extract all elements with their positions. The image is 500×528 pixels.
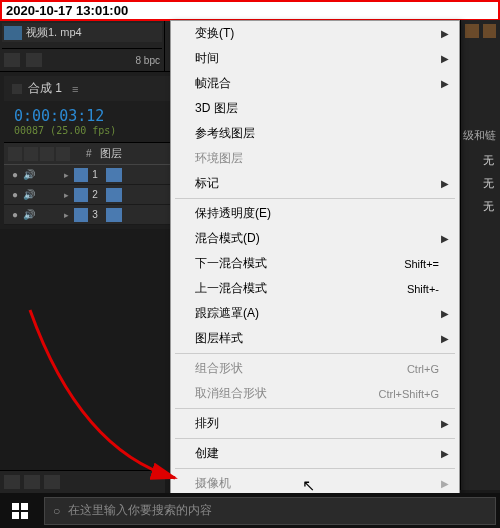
timeline-footer	[0, 470, 165, 493]
layer-color[interactable]	[74, 208, 88, 222]
submenu-arrow-icon: ▶	[441, 448, 449, 459]
tab-label: 合成 1	[28, 80, 62, 97]
menu-separator	[175, 438, 455, 439]
menu-item-label: 上一混合模式	[195, 280, 267, 297]
layer-color[interactable]	[74, 188, 88, 202]
taskbar-search[interactable]: ○ 在这里输入你要搜索的内容	[44, 497, 496, 525]
menu-separator	[175, 408, 455, 409]
menu-item-label: 参考线图层	[195, 125, 255, 142]
menu-shortcut: Ctrl+Shift+G	[378, 388, 439, 400]
right-strip: 级和链 无 无 无	[460, 20, 500, 490]
tab-close-icon[interactable]: ≡	[72, 83, 78, 95]
eye-icon[interactable]: ●	[8, 189, 22, 200]
menu-item-label: 保持透明度(E)	[195, 205, 271, 222]
menu-item[interactable]: 排列▶	[171, 411, 459, 436]
menu-item[interactable]: 下一混合模式Shift+=	[171, 251, 459, 276]
menu-item: 环境图层	[171, 146, 459, 171]
submenu-arrow-icon: ▶	[441, 53, 449, 64]
menu-item-label: 取消组合形状	[195, 385, 267, 402]
menu-shortcut: Shift+=	[404, 258, 439, 270]
menu-item-label: 组合形状	[195, 360, 243, 377]
menu-item[interactable]: 混合模式(D)▶	[171, 226, 459, 251]
menu-item-label: 3D 图层	[195, 100, 238, 117]
menu-item: 取消组合形状Ctrl+Shift+G	[171, 381, 459, 406]
menu-item[interactable]: 保持透明度(E)	[171, 201, 459, 226]
menu-item[interactable]: 帧混合▶	[171, 71, 459, 96]
menu-shortcut: Shift+-	[407, 283, 439, 295]
eye-icon[interactable]: ●	[8, 169, 22, 180]
chevron-icon[interactable]: ▸	[64, 190, 74, 200]
layer-color[interactable]	[74, 168, 88, 182]
project-panel: 视频1. mp4 8 bpc	[0, 21, 165, 71]
layer-type-icon	[106, 208, 122, 222]
header-eye-icon[interactable]	[8, 147, 22, 161]
submenu-arrow-icon: ▶	[441, 28, 449, 39]
menu-separator	[175, 198, 455, 199]
timestamp-bar: 2020-10-17 13:01:00	[0, 0, 500, 21]
submenu-arrow-icon: ▶	[441, 308, 449, 319]
chevron-icon[interactable]: ▸	[64, 210, 74, 220]
submenu-arrow-icon: ▶	[441, 178, 449, 189]
menu-item-label: 混合模式(D)	[195, 230, 260, 247]
tab-icon	[12, 84, 22, 94]
svg-rect-3	[21, 512, 28, 519]
eye-icon[interactable]: ●	[8, 209, 22, 220]
menu-item[interactable]: 时间▶	[171, 46, 459, 71]
menu-item[interactable]: 3D 图层	[171, 96, 459, 121]
svg-rect-1	[21, 503, 28, 510]
video-file-icon	[4, 26, 22, 40]
header-solo-icon[interactable]	[40, 147, 54, 161]
menu-item-label: 变换(T)	[195, 25, 234, 42]
speaker-icon[interactable]: 🔊	[22, 209, 36, 220]
menu-item[interactable]: 参考线图层	[171, 121, 459, 146]
menu-item-label: 时间	[195, 50, 219, 67]
windows-start-button[interactable]	[0, 493, 40, 528]
speaker-icon[interactable]: 🔊	[22, 169, 36, 180]
bpc-label[interactable]: 8 bpc	[136, 55, 160, 66]
menu-shortcut: Ctrl+G	[407, 363, 439, 375]
layer-type-icon	[106, 188, 122, 202]
submenu-arrow-icon: ▶	[441, 333, 449, 344]
chevron-icon[interactable]: ▸	[64, 170, 74, 180]
menu-item-label: 帧混合	[195, 75, 231, 92]
menu-item-label: 下一混合模式	[195, 255, 267, 272]
menu-item[interactable]: 标记▶	[171, 171, 459, 196]
menu-item[interactable]: 上一混合模式Shift+-	[171, 276, 459, 301]
footer-icon-2[interactable]	[26, 53, 42, 67]
tl-icon-3[interactable]	[44, 475, 60, 489]
menu-item-label: 排列	[195, 415, 219, 432]
layer-type-icon	[106, 168, 122, 182]
layer-number: 1	[88, 169, 102, 180]
taskbar: ○ 在这里输入你要搜索的内容	[0, 493, 500, 528]
right-val-2[interactable]: 无	[461, 195, 500, 218]
header-lock-icon[interactable]	[56, 147, 70, 161]
right-icon-2[interactable]	[483, 24, 497, 38]
tl-icon-1[interactable]	[4, 475, 20, 489]
menu-item-label: 环境图层	[195, 150, 243, 167]
right-header: 级和链	[461, 122, 500, 149]
right-val-1[interactable]: 无	[461, 172, 500, 195]
menu-separator	[175, 468, 455, 469]
menu-separator	[175, 353, 455, 354]
menu-item[interactable]: 变换(T)▶	[171, 21, 459, 46]
speaker-icon[interactable]: 🔊	[22, 189, 36, 200]
tl-icon-2[interactable]	[24, 475, 40, 489]
submenu-arrow-icon: ▶	[441, 78, 449, 89]
footer-icon-1[interactable]	[4, 53, 20, 67]
header-label: 图层	[100, 146, 122, 161]
file-name: 视频1. mp4	[26, 25, 82, 40]
layer-context-menu: 变换(T)▶时间▶帧混合▶3D 图层参考线图层环境图层标记▶保持透明度(E)混合…	[170, 20, 460, 528]
right-icon-1[interactable]	[465, 24, 479, 38]
search-icon: ○	[53, 504, 60, 518]
layer-number: 2	[88, 189, 102, 200]
right-val-0[interactable]: 无	[461, 149, 500, 172]
project-file-item[interactable]: 视频1. mp4	[2, 23, 162, 42]
menu-item[interactable]: 图层样式▶	[171, 326, 459, 351]
svg-rect-0	[12, 503, 19, 510]
menu-item[interactable]: 跟踪遮罩(A)▶	[171, 301, 459, 326]
menu-item: 组合形状Ctrl+G	[171, 356, 459, 381]
header-num: #	[86, 148, 92, 159]
menu-item[interactable]: 创建▶	[171, 441, 459, 466]
header-speaker-icon[interactable]	[24, 147, 38, 161]
menu-item-label: 创建	[195, 445, 219, 462]
